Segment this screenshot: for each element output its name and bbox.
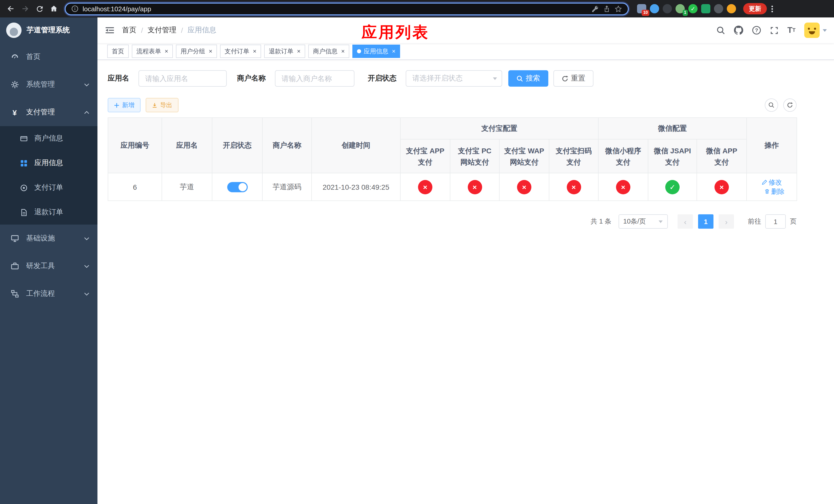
sidebar-item-workflow[interactable]: 工作流程 — [0, 280, 97, 307]
toggle-knob — [238, 183, 246, 191]
col-header-wechat-jsapi: 微信 JSAPI 支付 — [648, 139, 697, 173]
app-table: 应用编号 应用名 开启状态 商户名称 创建时间 支付宝配置 微信配置 操作 支付… — [108, 117, 797, 201]
delete-button[interactable]: 删除 — [764, 187, 785, 196]
toggle-search-icon[interactable] — [765, 98, 778, 112]
export-button[interactable]: 导出 — [146, 98, 178, 112]
sidebar-item-home[interactable]: 首页 — [0, 43, 97, 71]
tab-close-icon[interactable]: × — [253, 48, 257, 54]
tab-close-icon[interactable]: × — [341, 48, 345, 54]
tab-app-info[interactable]: 应用信息 × — [352, 45, 400, 58]
tab-home[interactable]: 首页 — [107, 45, 129, 58]
search-icon[interactable] — [717, 26, 725, 35]
sidebar-item-label: 支付管理 — [26, 108, 55, 117]
sidebar-item-refund-order[interactable]: 退款订单 — [0, 200, 97, 225]
font-size-icon[interactable]: TT — [787, 26, 795, 35]
add-button[interactable]: 新增 — [108, 98, 140, 112]
search-button[interactable]: 搜索 — [508, 70, 548, 87]
sidebar-item-payment[interactable]: ¥ 支付管理 — [0, 98, 97, 126]
app-name-input[interactable] — [138, 70, 227, 87]
reset-button[interactable]: 重置 — [553, 70, 593, 87]
browser-back-icon[interactable] — [4, 2, 18, 15]
tab-user-group[interactable]: 用户分组 × — [176, 45, 217, 58]
tab-close-icon[interactable]: × — [164, 48, 168, 54]
sidebar-item-infra[interactable]: 基础设施 — [0, 225, 97, 252]
top-navbar: 首页 / 支付管理 / 应用信息 应用列表 ? — [97, 18, 834, 43]
fullscreen-icon[interactable] — [770, 26, 778, 35]
hamburger-icon[interactable] — [97, 26, 122, 35]
goto-unit-label: 页 — [790, 217, 796, 226]
tags-view: 首页 流程表单 × 用户分组 × 支付订单 × 退款订单 × 商户信息 × — [97, 43, 834, 60]
order-circle-icon — [20, 183, 28, 192]
filter-form: 应用名 商户名称 开启状态 请选择开启状态 搜索 重置 — [108, 70, 834, 87]
extension-icon-1[interactable]: 10 — [637, 4, 646, 13]
status-select[interactable]: 请选择开启状态 — [406, 70, 502, 87]
share-icon[interactable] — [603, 5, 610, 12]
extension-icon-5[interactable]: ✓ — [688, 4, 698, 13]
browser-home-icon[interactable] — [47, 2, 61, 15]
col-header-wechat-mini: 微信小程序支付 — [598, 139, 648, 173]
page-size-select[interactable]: 10条/页 — [619, 214, 668, 229]
refresh-icon[interactable] — [783, 98, 796, 112]
site-info-icon[interactable] — [71, 5, 79, 12]
extension-icon-6[interactable] — [701, 4, 710, 13]
sidebar-item-app-info[interactable]: 应用信息 — [0, 151, 97, 175]
url-text[interactable]: localhost:1024/pay/app — [83, 5, 587, 13]
sidebar-item-system[interactable]: 系统管理 — [0, 71, 97, 98]
merchant-name-input[interactable] — [275, 70, 354, 87]
status-toggle[interactable] — [227, 182, 247, 192]
page-number-1[interactable]: 1 — [698, 214, 714, 229]
browser-toolbar: localhost:1024/pay/app 10 1 ✓ — [0, 0, 834, 18]
user-menu[interactable] — [804, 23, 827, 38]
extension-icon-2[interactable] — [650, 4, 659, 13]
edit-button[interactable]: 修改 — [762, 178, 782, 187]
sidebar-item-devtools[interactable]: 研发工具 — [0, 252, 97, 280]
next-page-button[interactable]: › — [719, 214, 734, 229]
extension-icon-8[interactable] — [727, 4, 736, 13]
password-key-icon[interactable] — [591, 5, 599, 13]
breadcrumb-payment[interactable]: 支付管理 — [148, 26, 176, 35]
browser-forward-icon[interactable] — [19, 2, 32, 15]
sidebar: 芋道管理系统 首页 系统管理 ¥ 支付管理 — [0, 18, 97, 504]
goto-page-input[interactable] — [765, 214, 786, 229]
sidebar-item-label: 应用信息 — [35, 158, 63, 168]
screen: localhost:1024/pay/app 10 1 ✓ — [0, 0, 834, 504]
tab-process-form[interactable]: 流程表单 × — [132, 45, 173, 58]
github-icon[interactable] — [734, 26, 743, 35]
pagination: 共 1 条 10条/页 ‹ 1 › 前往 页 — [108, 214, 796, 229]
browser-update-button[interactable]: 更新 — [743, 3, 767, 14]
tab-merchant-info[interactable]: 商户信息 × — [308, 45, 349, 58]
tab-payment-order[interactable]: 支付订单 × — [220, 45, 261, 58]
document-icon — [20, 208, 28, 216]
sidebar-item-label: 退款订单 — [35, 208, 63, 217]
bookmark-star-icon[interactable] — [614, 5, 622, 13]
extension-icon-3[interactable] — [663, 4, 672, 13]
tab-refund-order[interactable]: 退款订单 × — [264, 45, 305, 58]
tab-close-icon[interactable]: × — [392, 48, 395, 54]
wechat-app-status-icon: × — [715, 180, 729, 194]
help-icon[interactable]: ? — [752, 26, 761, 35]
goto-label: 前往 — [748, 217, 761, 226]
sidebar-item-label: 研发工具 — [26, 261, 55, 271]
tab-close-icon[interactable]: × — [209, 48, 212, 54]
prev-page-button[interactable]: ‹ — [678, 214, 693, 229]
tab-label: 商户信息 — [313, 47, 337, 55]
chevron-down-icon — [659, 220, 663, 223]
extension-pin-icon[interactable] — [714, 4, 723, 13]
sidebar-logo[interactable]: 芋道管理系统 — [0, 18, 97, 43]
cell-create-time: 2021-10-23 08:49:25 — [312, 173, 400, 201]
logo-avatar — [6, 23, 22, 38]
extension-icon-4[interactable]: 1 — [676, 4, 685, 13]
status-label: 开启状态 — [368, 74, 396, 83]
browser-reload-icon[interactable] — [33, 2, 46, 15]
address-bar[interactable]: localhost:1024/pay/app — [65, 2, 629, 15]
active-tab-dot — [357, 49, 361, 53]
col-header-alipay-pc: 支付宝 PC 网站支付 — [450, 139, 499, 173]
avatar[interactable] — [804, 23, 820, 38]
tab-label: 用户分组 — [180, 47, 205, 55]
browser-menu-icon[interactable] — [768, 5, 776, 12]
tab-close-icon[interactable]: × — [297, 48, 301, 54]
breadcrumb-home[interactable]: 首页 — [122, 26, 136, 35]
sidebar-item-merchant-info[interactable]: 商户信息 — [0, 126, 97, 151]
sidebar-item-payment-order[interactable]: 支付订单 — [0, 175, 97, 200]
alipay-wap-status-icon: × — [517, 180, 531, 194]
